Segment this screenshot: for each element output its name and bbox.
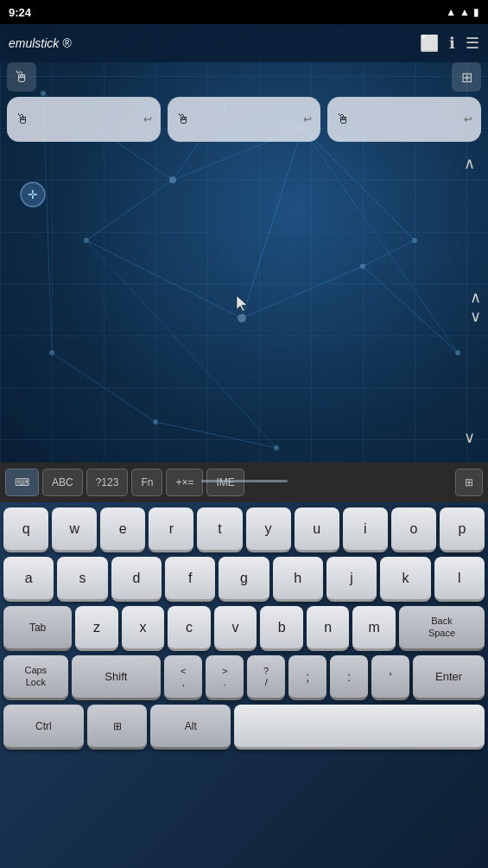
- key-apostrophe[interactable]: ': [371, 655, 409, 700]
- svg-point-20: [360, 264, 365, 269]
- svg-line-7: [155, 422, 276, 448]
- keyboard-row-5: Ctrl ⊞ Alt: [3, 705, 485, 750]
- key-colon[interactable]: :: [330, 655, 368, 700]
- key-x[interactable]: x: [122, 606, 165, 651]
- key-c[interactable]: c: [168, 606, 211, 651]
- svg-marker-30: [237, 296, 247, 311]
- mouse-btn-left[interactable]: 🖱 ↩: [7, 97, 161, 142]
- key-q[interactable]: q: [3, 507, 48, 552]
- key-win[interactable]: ⊞: [87, 705, 148, 750]
- scroll-arrows: ∧ ∨: [470, 290, 481, 324]
- key-tab[interactable]: Tab: [3, 606, 72, 651]
- signal-icon: ▲: [459, 6, 470, 18]
- scroll-up-icon[interactable]: ∧: [470, 290, 481, 305]
- svg-line-8: [86, 180, 173, 240]
- kbd-btn-fn[interactable]: Fn: [131, 469, 162, 496]
- key-j[interactable]: j: [326, 557, 377, 602]
- key-t[interactable]: t: [197, 507, 242, 552]
- keyboard-toolbar: ⌨ ABC ?123 Fn +×= IME ⊞: [0, 463, 488, 502]
- svg-line-6: [52, 353, 155, 422]
- chevron-down-icon: ∨: [464, 428, 475, 447]
- cursor-indicator: [233, 294, 254, 319]
- svg-point-14: [41, 91, 46, 96]
- key-s[interactable]: s: [57, 557, 107, 602]
- keyboard-row-3: Tab z x c v b n m BackSpace: [3, 606, 485, 651]
- mouse-btn-middle[interactable]: 🖱 ↩: [168, 97, 321, 142]
- key-g[interactable]: g: [219, 557, 269, 602]
- svg-line-9: [242, 128, 302, 318]
- key-r[interactable]: r: [149, 507, 193, 552]
- drag-bar-center: [201, 480, 288, 482]
- key-alt[interactable]: Alt: [150, 705, 231, 750]
- mouse-left-btn-icon: 🖱: [16, 112, 29, 127]
- key-z[interactable]: z: [75, 606, 118, 651]
- kbd-btn-abc[interactable]: ABC: [42, 469, 83, 496]
- key-n[interactable]: n: [307, 606, 350, 651]
- svg-point-22: [49, 350, 54, 355]
- menu-icon[interactable]: ☰: [466, 34, 479, 53]
- svg-line-12: [302, 128, 458, 353]
- svg-point-21: [455, 350, 460, 355]
- kbd-btn-keyboard[interactable]: ⌨: [5, 469, 39, 496]
- mouse-right-scroll-icon: ↩: [464, 113, 472, 125]
- key-v[interactable]: v: [214, 606, 257, 651]
- status-icons: ▲ ▲ ▮: [446, 6, 479, 18]
- top-icons: ⬜ ℹ ☰: [420, 34, 479, 53]
- canvas-bg: [0, 24, 488, 487]
- mouse-middle-btn-icon: 🖱: [176, 112, 190, 127]
- expand-arrow-bottom[interactable]: ∨: [457, 425, 481, 450]
- top-bar: emulstick ® ⬜ ℹ ☰: [0, 24, 488, 62]
- app-title: emulstick ®: [9, 36, 72, 50]
- svg-line-13: [86, 240, 276, 448]
- key-u[interactable]: u: [295, 507, 339, 552]
- mouse-btn-right[interactable]: 🖱 ↩: [327, 97, 481, 142]
- key-f[interactable]: f: [165, 557, 215, 602]
- key-backspace[interactable]: BackSpace: [399, 606, 485, 651]
- info-icon[interactable]: ℹ: [449, 34, 455, 53]
- chevron-up-icon: ∧: [464, 154, 475, 173]
- scroll-down-icon[interactable]: ∨: [470, 309, 481, 324]
- key-k[interactable]: k: [380, 557, 430, 602]
- wifi-icon: ▲: [446, 6, 456, 18]
- resize-icon-right[interactable]: ⊞: [452, 62, 481, 92]
- screen-icon[interactable]: ⬜: [420, 34, 439, 53]
- key-w[interactable]: w: [52, 507, 97, 552]
- key-b[interactable]: b: [260, 606, 303, 651]
- key-space[interactable]: [234, 705, 485, 750]
- kbd-btn-resize[interactable]: ⊞: [455, 469, 483, 496]
- kbd-btn-ime[interactable]: IME: [206, 469, 244, 496]
- keyboard-row-2: a s d f g h j k l: [3, 557, 485, 602]
- key-capslock[interactable]: CapsLock: [3, 655, 68, 700]
- collapse-arrow-top[interactable]: ∧: [457, 151, 481, 176]
- key-a[interactable]: a: [3, 557, 54, 602]
- svg-line-2: [302, 128, 415, 240]
- drag-handle[interactable]: ✛: [16, 177, 50, 212]
- key-y[interactable]: y: [246, 507, 291, 552]
- key-i[interactable]: i: [343, 507, 388, 552]
- key-d[interactable]: d: [111, 557, 162, 602]
- key-slash[interactable]: ?/: [247, 655, 285, 700]
- mouse-icon-left[interactable]: 🖱: [7, 62, 36, 92]
- battery-icon: ▮: [473, 6, 479, 18]
- svg-text:✛: ✛: [28, 188, 38, 201]
- key-period[interactable]: >.: [206, 655, 244, 700]
- key-semicolon[interactable]: ;: [288, 655, 326, 700]
- kbd-btn-123[interactable]: ?123: [86, 469, 129, 496]
- kbd-btn-symbols[interactable]: +×=: [166, 469, 203, 496]
- svg-point-18: [84, 238, 89, 243]
- key-shift[interactable]: Shift: [72, 655, 162, 700]
- key-comma[interactable]: <,: [164, 655, 202, 700]
- key-m[interactable]: m: [352, 606, 396, 651]
- key-enter[interactable]: Enter: [413, 655, 485, 700]
- status-time: 9:24: [9, 6, 31, 19]
- key-h[interactable]: h: [273, 557, 323, 602]
- key-p[interactable]: p: [440, 507, 485, 552]
- key-l[interactable]: l: [434, 557, 485, 602]
- mouse-left-icon: 🖱: [14, 68, 29, 86]
- resize-icon: ⊞: [461, 69, 472, 86]
- key-ctrl[interactable]: Ctrl: [3, 705, 84, 750]
- mouse-middle-scroll-icon: ↩: [303, 113, 312, 125]
- key-e[interactable]: e: [100, 507, 145, 552]
- key-o[interactable]: o: [391, 507, 436, 552]
- keyboard-row-1: q w e r t y u i o p: [3, 507, 485, 552]
